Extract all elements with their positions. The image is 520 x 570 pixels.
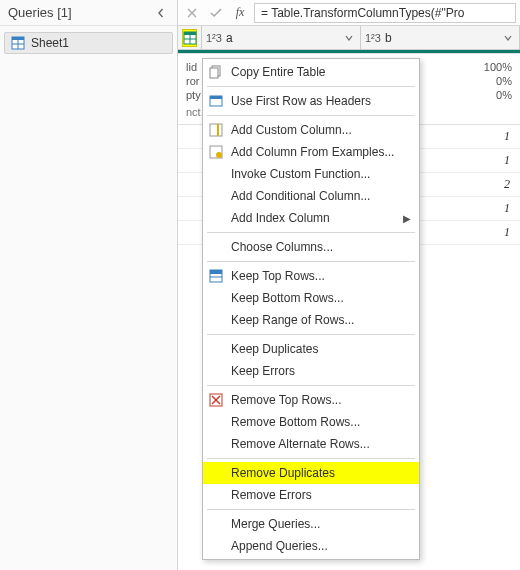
remove-rows-icon: [207, 391, 225, 409]
menu-item[interactable]: Keep Bottom Rows...: [203, 287, 419, 309]
svg-rect-12: [210, 124, 222, 136]
menu-item[interactable]: Keep Duplicates: [203, 338, 419, 360]
fx-label: fx: [230, 3, 250, 23]
menu-item[interactable]: Add Column From Examples...: [203, 141, 419, 163]
menu-item[interactable]: Add Custom Column...: [203, 119, 419, 141]
queries-list: Sheet1: [0, 26, 177, 60]
chevron-down-icon: [345, 34, 353, 42]
blank-icon: [207, 413, 225, 431]
blank-icon: [207, 435, 225, 453]
menu-item-label: Remove Bottom Rows...: [231, 415, 411, 429]
menu-item[interactable]: Add Index Column▶: [203, 207, 419, 229]
menu-item[interactable]: Add Conditional Column...: [203, 185, 419, 207]
blank-icon: [207, 311, 225, 329]
copy-icon: [207, 63, 225, 81]
menu-item[interactable]: Remove Duplicates: [203, 462, 419, 484]
menu-separator: [207, 115, 415, 116]
svg-rect-17: [210, 270, 222, 274]
table-menu-icon: [182, 29, 197, 47]
menu-item-label: Add Index Column: [231, 211, 397, 225]
column-header[interactable]: 1²3 b: [361, 26, 520, 49]
menu-item[interactable]: Remove Errors: [203, 484, 419, 506]
blank-icon: [207, 486, 225, 504]
menu-item[interactable]: Keep Range of Rows...: [203, 309, 419, 331]
menu-item[interactable]: Merge Queries...: [203, 513, 419, 535]
menu-item-label: Keep Range of Rows...: [231, 313, 411, 327]
x-icon: [187, 8, 197, 18]
query-item[interactable]: Sheet1: [4, 32, 173, 54]
blank-icon: [207, 187, 225, 205]
custom-col-icon: [207, 121, 225, 139]
menu-item-label: Keep Bottom Rows...: [231, 291, 411, 305]
menu-item-label: Remove Alternate Rows...: [231, 437, 411, 451]
menu-item-label: Keep Duplicates: [231, 342, 411, 356]
menu-separator: [207, 86, 415, 87]
headers-icon: [207, 92, 225, 110]
column-filter-button[interactable]: [501, 31, 515, 45]
chevron-left-icon: [156, 8, 166, 18]
menu-item-label: Add Conditional Column...: [231, 189, 411, 203]
svg-rect-5: [184, 32, 196, 35]
menu-item[interactable]: Use First Row as Headers: [203, 90, 419, 112]
keep-rows-icon: [207, 267, 225, 285]
formula-input[interactable]: [254, 3, 516, 23]
column-name: b: [385, 31, 392, 45]
menu-item-label: Invoke Custom Function...: [231, 167, 411, 181]
menu-separator: [207, 385, 415, 386]
menu-item-label: Choose Columns...: [231, 240, 411, 254]
stats-label: pty: [186, 89, 201, 101]
menu-item-label: Add Custom Column...: [231, 123, 411, 137]
sidebar-title: Queries [1]: [8, 5, 72, 20]
column-headers: 1²3 a 1²3 b: [178, 26, 520, 50]
menu-item[interactable]: Remove Bottom Rows...: [203, 411, 419, 433]
stats-value: 0%: [496, 75, 512, 87]
menu-item[interactable]: Append Queries...: [203, 535, 419, 557]
menu-separator: [207, 509, 415, 510]
blank-icon: [207, 289, 225, 307]
chevron-right-icon: ▶: [403, 213, 411, 224]
formula-bar: fx: [178, 0, 520, 26]
column-name: a: [226, 31, 233, 45]
formula-commit-button[interactable]: [206, 3, 226, 23]
stats-label: lid: [186, 61, 197, 73]
blank-icon: [207, 238, 225, 256]
queries-sidebar: Queries [1] Sheet1: [0, 0, 178, 570]
menu-item[interactable]: Keep Top Rows...: [203, 265, 419, 287]
blank-icon: [207, 165, 225, 183]
blank-icon: [207, 537, 225, 555]
table-corner-button[interactable]: [178, 26, 202, 49]
menu-item[interactable]: Remove Top Rows...: [203, 389, 419, 411]
menu-item-label: Remove Errors: [231, 488, 411, 502]
table-icon: [11, 36, 25, 50]
number-type-icon: 1²3: [365, 32, 381, 44]
check-icon: [210, 8, 222, 18]
menu-item[interactable]: Copy Entire Table: [203, 61, 419, 83]
column-filter-button[interactable]: [342, 31, 356, 45]
blank-icon: [207, 362, 225, 380]
menu-item-label: Append Queries...: [231, 539, 411, 553]
stats-label: ror: [186, 75, 199, 87]
menu-item[interactable]: Invoke Custom Function...: [203, 163, 419, 185]
menu-item-label: Keep Top Rows...: [231, 269, 411, 283]
menu-separator: [207, 334, 415, 335]
menu-item-label: Use First Row as Headers: [231, 94, 411, 108]
menu-item-label: Keep Errors: [231, 364, 411, 378]
svg-point-15: [216, 152, 222, 158]
menu-separator: [207, 458, 415, 459]
number-type-icon: 1²3: [206, 32, 222, 44]
sidebar-collapse-button[interactable]: [153, 5, 169, 21]
menu-item[interactable]: Choose Columns...: [203, 236, 419, 258]
column-header[interactable]: 1²3 a: [202, 26, 361, 49]
menu-item[interactable]: Remove Alternate Rows...: [203, 433, 419, 455]
menu-item-label: Merge Queries...: [231, 517, 411, 531]
menu-item[interactable]: Keep Errors: [203, 360, 419, 382]
stats-value: 0%: [496, 89, 512, 101]
menu-separator: [207, 232, 415, 233]
menu-item-label: Remove Top Rows...: [231, 393, 411, 407]
blank-icon: [207, 209, 225, 227]
svg-rect-9: [210, 68, 218, 78]
menu-item-label: Remove Duplicates: [231, 466, 411, 480]
formula-cancel-button[interactable]: [182, 3, 202, 23]
query-item-label: Sheet1: [31, 36, 69, 50]
stats-value: 100%: [484, 61, 512, 73]
